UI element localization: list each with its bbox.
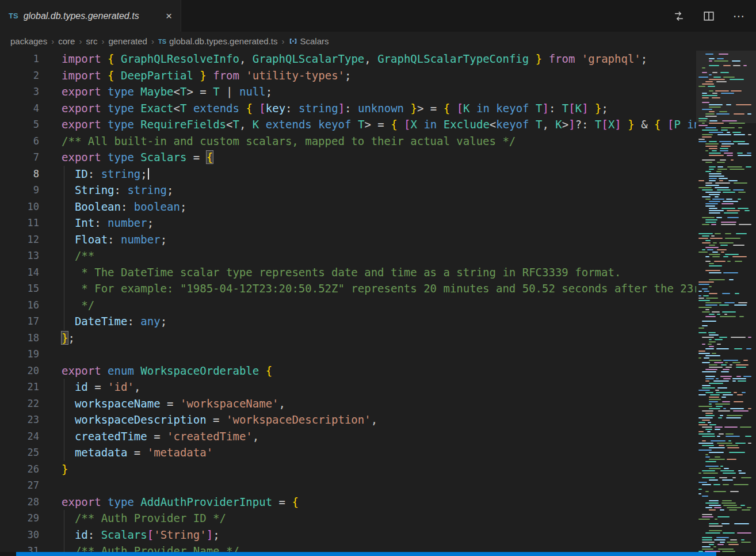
status-bar: [0, 552, 756, 556]
line-number[interactable]: 8: [0, 166, 39, 182]
line-number[interactable]: 27: [0, 477, 39, 494]
open-changes-icon[interactable]: [672, 9, 686, 23]
code-line[interactable]: */: [62, 297, 756, 314]
line-number[interactable]: 19: [0, 346, 39, 363]
line-number[interactable]: 5: [0, 116, 39, 133]
line-number[interactable]: 2: [0, 67, 39, 84]
editor-tab[interactable]: TS global.db.types.generated.ts ×: [0, 0, 181, 32]
code-line[interactable]: /** All built-in and custom scalars, map…: [62, 133, 756, 150]
line-number[interactable]: 13: [0, 247, 39, 264]
code-line[interactable]: Int: number;: [62, 215, 756, 231]
breadcrumb-item-scalars[interactable]: Scalars: [289, 36, 329, 46]
code-line[interactable]: id: Scalars['String'];: [62, 527, 756, 543]
typescript-file-icon: TS: [158, 38, 166, 45]
line-number[interactable]: 4: [0, 100, 39, 117]
tab-bar: TS global.db.types.generated.ts × ⋯: [0, 0, 756, 32]
breadcrumb-item-global-db-types-generated-ts[interactable]: TSglobal.db.types.generated.ts: [158, 36, 278, 46]
line-number[interactable]: 14: [0, 264, 39, 281]
line-number[interactable]: 22: [0, 395, 39, 412]
breadcrumb-separator: ›: [151, 36, 154, 46]
breadcrumb-separator: ›: [79, 36, 82, 46]
minimap[interactable]: [696, 51, 756, 552]
code-line[interactable]: }: [62, 461, 756, 478]
line-number[interactable]: 23: [0, 412, 39, 428]
code-line[interactable]: /** Auth Provider Name */: [62, 543, 756, 552]
line-number[interactable]: 29: [0, 510, 39, 527]
breadcrumb-item-src[interactable]: src: [86, 36, 97, 46]
breadcrumb: packages›core›src›generated›TSglobal.db.…: [0, 32, 756, 51]
line-number[interactable]: 12: [0, 231, 39, 248]
breadcrumb-separator: ›: [282, 36, 285, 46]
code-line[interactable]: * The DateTime scalar type represents da…: [62, 264, 756, 281]
breadcrumb-label: packages: [10, 36, 47, 46]
code-line[interactable]: };: [62, 330, 756, 346]
breadcrumb-label: generated: [108, 36, 147, 46]
line-number[interactable]: 25: [0, 444, 39, 461]
line-number[interactable]: 31: [0, 543, 39, 552]
breadcrumb-separator: ›: [51, 36, 54, 46]
code-line[interactable]: metadata = 'metadata': [62, 444, 756, 461]
breadcrumb-separator: ›: [101, 36, 104, 46]
line-number[interactable]: 10: [0, 199, 39, 215]
code-line[interactable]: import { GraphQLResolveInfo, GraphQLScal…: [62, 51, 756, 67]
breadcrumb-item-packages[interactable]: packages: [10, 36, 47, 46]
code-line[interactable]: id = 'id',: [62, 379, 756, 395]
breadcrumb-item-core[interactable]: core: [58, 36, 75, 46]
code-line[interactable]: workspaceName = 'workspaceName',: [62, 395, 756, 412]
line-number[interactable]: 26: [0, 461, 39, 478]
line-number[interactable]: 6: [0, 133, 39, 150]
line-number[interactable]: 3: [0, 83, 39, 100]
line-number[interactable]: 28: [0, 494, 39, 511]
code-line[interactable]: export type Maybe<T> = T | null;: [62, 83, 756, 100]
code-line[interactable]: export type Exact<T extends { [key: stri…: [62, 100, 756, 117]
more-actions-icon[interactable]: ⋯: [732, 9, 746, 23]
status-bar-accent: [16, 552, 716, 556]
symbol-type-icon: [289, 37, 297, 45]
code-line[interactable]: createdTime = 'createdTime',: [62, 428, 756, 445]
breadcrumb-label: Scalars: [300, 36, 329, 46]
line-number[interactable]: 30: [0, 527, 39, 543]
breadcrumb-item-generated[interactable]: generated: [108, 36, 147, 46]
code-line[interactable]: Boolean: boolean;: [62, 199, 756, 215]
breadcrumb-label: src: [86, 36, 97, 46]
code-line[interactable]: Float: number;: [62, 231, 756, 248]
code-line[interactable]: /**: [62, 247, 756, 264]
typescript-file-icon: TS: [9, 12, 18, 20]
code-line[interactable]: [62, 346, 756, 363]
line-number[interactable]: 15: [0, 280, 39, 297]
code-line[interactable]: import { DeepPartial } from 'utility-typ…: [62, 67, 756, 84]
line-number[interactable]: 11: [0, 215, 39, 231]
code-line[interactable]: DateTime: any;: [62, 313, 756, 330]
code-line[interactable]: [62, 477, 756, 494]
gutter[interactable]: 1234567891011121314151617181920212223242…: [0, 51, 52, 552]
breadcrumb-label: global.db.types.generated.ts: [169, 36, 277, 46]
line-number[interactable]: 24: [0, 428, 39, 445]
split-editor-icon[interactable]: [702, 9, 716, 23]
code-line[interactable]: /** Auth Provider ID */: [62, 510, 756, 527]
line-number[interactable]: 21: [0, 379, 39, 395]
code-line[interactable]: export type AddAuthProviderInput = {: [62, 494, 756, 511]
code-line[interactable]: ID: string;: [62, 166, 756, 182]
indent-guide: [64, 510, 64, 552]
code-area[interactable]: import { GraphQLResolveInfo, GraphQLScal…: [52, 51, 756, 552]
line-number[interactable]: 7: [0, 149, 39, 166]
close-tab-icon[interactable]: ×: [163, 9, 175, 22]
code-line[interactable]: * For example: "1985-04-12T23:20:50.52Z"…: [62, 280, 756, 297]
line-number[interactable]: 17: [0, 313, 39, 330]
code-line[interactable]: String: string;: [62, 182, 756, 199]
code-line[interactable]: export type Scalars = {: [62, 149, 756, 166]
breadcrumb-label: core: [58, 36, 75, 46]
editor-actions: ⋯: [672, 0, 756, 32]
tab-title: global.db.types.generated.ts: [24, 11, 158, 21]
indent-guide: [64, 166, 64, 330]
line-number[interactable]: 9: [0, 182, 39, 199]
line-number[interactable]: 20: [0, 363, 39, 379]
line-number[interactable]: 16: [0, 297, 39, 314]
code-line[interactable]: export type RequireFields<T, K extends k…: [62, 116, 756, 133]
line-number[interactable]: 18: [0, 330, 39, 346]
code-line[interactable]: workspaceDescription = 'workspaceDescrip…: [62, 412, 756, 428]
editor[interactable]: 1234567891011121314151617181920212223242…: [0, 51, 756, 552]
line-number[interactable]: 1: [0, 51, 39, 67]
text-cursor: [148, 168, 149, 180]
code-line[interactable]: export enum WorkspaceOrderable {: [62, 363, 756, 379]
